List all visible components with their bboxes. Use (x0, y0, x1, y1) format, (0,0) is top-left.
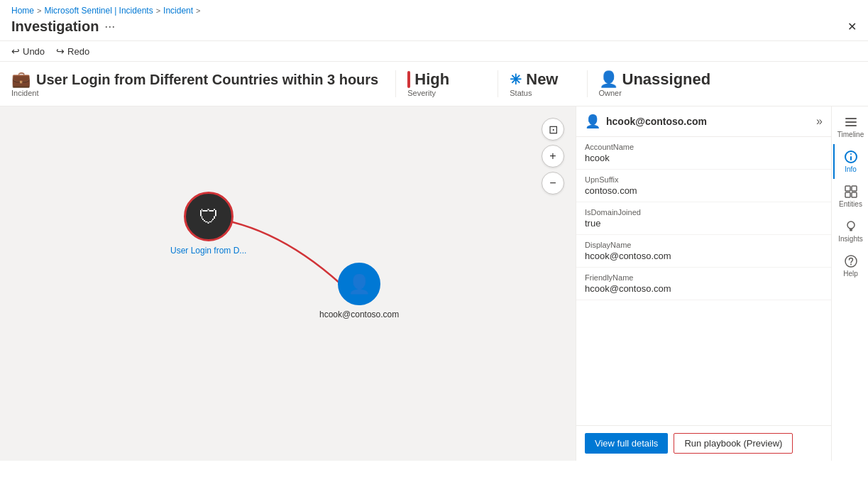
user-node-circle: 👤 (338, 263, 380, 305)
detail-row-friendlyname: FriendlyName hcook@contoso.com (576, 268, 831, 300)
timeline-label: Timeline (837, 131, 864, 138)
severity-sub-label: Severity (407, 89, 436, 97)
close-button[interactable]: ✕ (847, 21, 857, 33)
incident-node[interactable]: 🛡 User Login from D... (170, 192, 246, 256)
field-label-accountname: AccountName (585, 143, 823, 151)
field-label-friendlyname: FriendlyName (585, 273, 823, 282)
connector-svg (0, 106, 576, 461)
help-icon (844, 254, 858, 268)
field-value-isdomainjoined: true (585, 218, 823, 229)
field-label-isdomainjoined: IsDomainJoined (585, 208, 823, 217)
breadcrumb-sep-3: > (196, 6, 200, 15)
severity-value: High (407, 70, 449, 89)
incident-node-label: User Login from D... (170, 246, 246, 256)
undo-label: Undo (23, 46, 45, 57)
entities-label: Entities (839, 200, 862, 208)
undo-button[interactable]: ↩ Undo (11, 45, 45, 57)
header: Home > Microsoft Sentinel | Incidents > … (0, 0, 868, 41)
page-title: Investigation (11, 18, 99, 35)
sidebar-item-timeline[interactable]: Timeline (833, 109, 867, 144)
breadcrumb-incident[interactable]: Incident (163, 6, 193, 16)
entity-header-icon: 👤 (585, 114, 600, 129)
detail-body: AccountName hcook UpnSuffix contoso.com … (576, 137, 831, 425)
insights-icon (844, 219, 858, 234)
zoom-in-button[interactable]: + (542, 145, 564, 168)
svg-rect-4 (850, 156, 852, 160)
svg-rect-8 (845, 192, 850, 197)
status-badge: ✳ New Status (498, 70, 569, 97)
field-label-upnsuffix: UpnSuffix (585, 175, 823, 184)
canvas-controls: ⊡ + − (542, 118, 564, 195)
owner-badge: 👤 Unassigned Owner (587, 70, 723, 97)
timeline-icon (844, 115, 858, 129)
fit-view-button[interactable]: ⊡ (542, 118, 564, 141)
undo-icon: ↩ (11, 45, 20, 57)
entity-name: hcook@contoso.com (606, 116, 707, 127)
field-value-accountname: hcook (585, 153, 823, 163)
title-row: Investigation ··· ✕ (11, 18, 857, 40)
incident-icon: 💼 (11, 70, 31, 89)
entity-header: 👤 hcook@contoso.com (585, 114, 707, 129)
field-value-displayname: hcook@contoso.com (585, 251, 823, 261)
redo-icon: ↪ (56, 45, 65, 57)
owner-sub-label: Owner (599, 89, 622, 97)
detail-row-displayname: DisplayName hcook@contoso.com (576, 235, 831, 268)
redo-button[interactable]: ↪ Redo (56, 45, 89, 57)
run-playbook-button[interactable]: Run playbook (Preview) (674, 433, 793, 454)
user-node[interactable]: 👤 hcook@contoso.com (319, 263, 399, 319)
zoom-out-button[interactable]: − (542, 172, 564, 195)
status-spinner-icon: ✳ (510, 71, 522, 88)
insights-label: Insights (838, 235, 862, 243)
severity-text: High (414, 70, 449, 89)
breadcrumb-sentinel[interactable]: Microsoft Sentinel | Incidents (44, 6, 153, 16)
sidebar-item-entities[interactable]: Entities (833, 179, 867, 214)
detail-header: 👤 hcook@contoso.com » (576, 106, 831, 137)
sidebar-icons: Timeline Info Entities (831, 106, 868, 461)
incident-node-circle: 🛡 (184, 192, 234, 241)
svg-rect-0 (845, 118, 857, 119)
investigation-canvas[interactable]: 🛡 User Login from D... 👤 hcook@contoso.c… (0, 106, 576, 461)
owner-icon: 👤 (599, 70, 618, 89)
user-node-label: hcook@contoso.com (319, 310, 399, 319)
status-value: ✳ New (510, 70, 558, 89)
sidebar-item-insights[interactable]: Insights (833, 214, 867, 248)
field-value-upnsuffix: contoso.com (585, 185, 823, 196)
incident-node-icon: 🛡 (199, 205, 219, 229)
field-value-friendlyname: hcook@contoso.com (585, 283, 823, 294)
help-label: Help (843, 270, 858, 278)
svg-point-12 (845, 256, 857, 267)
user-node-icon: 👤 (348, 273, 370, 295)
incident-title-section: 💼 User Login from Different Countries wi… (11, 70, 378, 97)
detail-row-accountname: AccountName hcook (576, 137, 831, 170)
owner-text: Unassigned (622, 70, 711, 89)
breadcrumb: Home > Microsoft Sentinel | Incidents > … (11, 6, 857, 16)
svg-rect-13 (850, 264, 852, 265)
redo-label: Redo (67, 46, 89, 57)
sidebar-item-help[interactable]: Help (833, 248, 867, 283)
incident-name-text: User Login from Different Countries with… (36, 72, 378, 88)
owner-value: 👤 Unassigned (599, 70, 711, 89)
detail-panel: 👤 hcook@contoso.com » AccountName hcook … (576, 106, 831, 461)
svg-rect-6 (845, 186, 850, 191)
sidebar-item-info[interactable]: Info (833, 144, 867, 179)
info-icon (844, 150, 858, 164)
status-sub-label: Status (510, 89, 532, 97)
breadcrumb-home[interactable]: Home (11, 6, 34, 16)
severity-bar (407, 71, 410, 88)
svg-point-10 (847, 221, 855, 229)
detail-footer: View full details Run playbook (Preview) (576, 425, 831, 461)
expand-panel-button[interactable]: » (816, 115, 823, 128)
incident-sub-label: Incident (11, 89, 378, 97)
severity-badge: High Severity (395, 70, 480, 97)
view-full-details-button[interactable]: View full details (585, 433, 668, 454)
status-text: New (526, 70, 558, 89)
svg-rect-2 (845, 125, 857, 126)
ellipsis-menu[interactable]: ··· (104, 19, 115, 34)
svg-rect-7 (852, 186, 857, 191)
breadcrumb-sep-1: > (37, 6, 41, 15)
entities-icon (844, 185, 858, 199)
incident-name: 💼 User Login from Different Countries wi… (11, 70, 378, 89)
detail-row-isdomainjoined: IsDomainJoined true (576, 202, 831, 235)
svg-rect-5 (850, 153, 852, 155)
zoom-in-icon: + (549, 150, 556, 163)
